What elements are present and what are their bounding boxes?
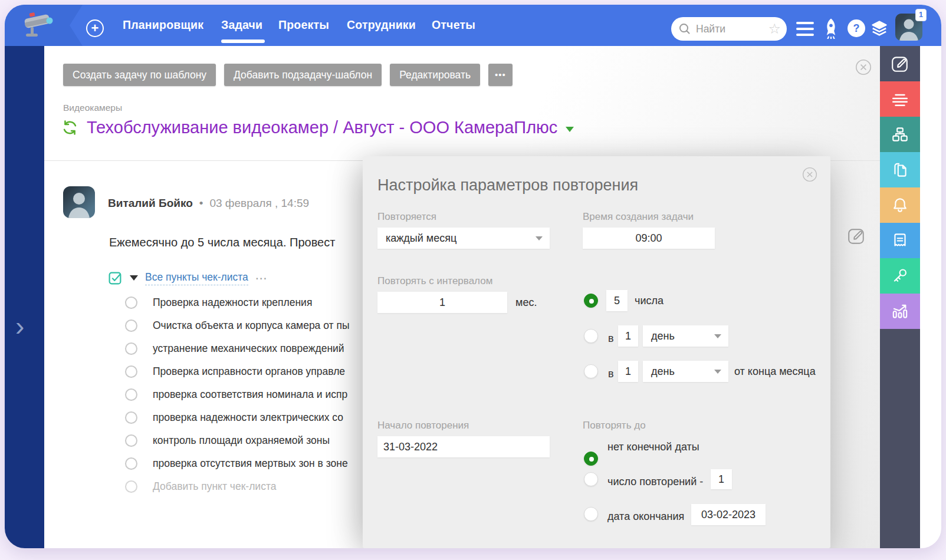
weekday-number-input[interactable] xyxy=(618,325,638,347)
monthday-input[interactable] xyxy=(606,290,628,311)
analytics-icon xyxy=(891,302,909,321)
start-label: Начало повторения xyxy=(377,420,469,431)
modal-title: Настройка параметров повторения xyxy=(377,176,638,195)
task-toolbar: Создать задачу по шаблону Добавить подза… xyxy=(63,64,513,86)
logo-area[interactable] xyxy=(5,5,83,46)
nav-item-tasks[interactable]: Задачи xyxy=(221,18,262,32)
left-sidebar: › xyxy=(5,46,44,548)
help-icon[interactable]: ? xyxy=(848,19,865,37)
end-date-input[interactable] xyxy=(691,504,766,525)
month-end-radio[interactable] xyxy=(584,364,598,378)
checklist-add-circle[interactable] xyxy=(125,480,137,493)
checklist-item: проверка надежности электрических со xyxy=(125,411,343,424)
checklist-item: Проверка исправности органов управле xyxy=(125,365,345,378)
comment-timestamp: 03 февраля , 14:59 xyxy=(209,197,309,210)
no-end-date-label: нет конечной даты xyxy=(607,441,699,453)
sidebar-tab-description[interactable] xyxy=(880,81,920,117)
checklist-item: проверка отсутствия мертвых зон в зоне xyxy=(125,457,348,470)
create-task-from-template-button[interactable]: Создать задачу по шаблону xyxy=(63,64,216,86)
app-window: Создать задачу по шаблону Добавить подза… xyxy=(5,5,941,548)
menu-icon[interactable] xyxy=(796,22,814,36)
checklist-item: устранение механических повреждений xyxy=(125,342,344,355)
nav-item-employees[interactable]: Сотрудники xyxy=(347,18,416,32)
layers-icon[interactable] xyxy=(870,19,889,37)
checklist-item-circle[interactable] xyxy=(125,365,137,378)
notification-badge[interactable]: 1 xyxy=(915,9,927,21)
edit-description-icon[interactable] xyxy=(847,226,866,245)
sidebar-tab-access[interactable] xyxy=(880,258,920,294)
nav-item-projects[interactable]: Проекты xyxy=(278,18,329,32)
nav-item-planner[interactable]: Планировщик xyxy=(123,18,203,32)
sidebar-tab-edit[interactable] xyxy=(880,46,920,81)
interval-unit-label: мес. xyxy=(515,297,537,309)
end-date-label: дата окончания xyxy=(607,510,684,523)
copy-icon xyxy=(891,160,909,179)
expand-sidebar-icon[interactable]: › xyxy=(15,310,24,342)
repeat-count-radio[interactable] xyxy=(584,472,598,486)
edit-icon xyxy=(891,54,909,73)
creation-time-label: Время создания задачи xyxy=(583,211,694,223)
weekday-radio[interactable] xyxy=(584,329,598,343)
checklist-item-circle[interactable] xyxy=(125,411,137,424)
weekday-prefix-label: в xyxy=(608,332,614,345)
org-chart-icon xyxy=(891,125,909,144)
no-end-date-radio-selected[interactable] xyxy=(584,452,598,466)
checklist-more-icon[interactable]: ⋯ xyxy=(255,271,268,285)
title-dropdown-icon[interactable] xyxy=(566,127,574,132)
monthday-radio-selected[interactable] xyxy=(584,294,598,308)
comment-separator: • xyxy=(199,197,203,210)
repeat-count-input[interactable] xyxy=(711,469,732,489)
checklist-item-circle[interactable] xyxy=(125,342,137,355)
checklist-item: Очистка объекта и корпуса камера от пы xyxy=(125,319,350,332)
month-end-prefix-label: в xyxy=(608,368,614,380)
comment-avatar xyxy=(63,186,95,218)
nav-item-reports[interactable]: Отчеты xyxy=(432,18,475,32)
checklist-title-link[interactable]: Все пункты чек-листа xyxy=(145,271,248,285)
checklist-item-circle[interactable] xyxy=(125,457,137,470)
clipboard-icon xyxy=(891,231,909,250)
modal-close-icon[interactable] xyxy=(802,167,817,182)
sidebar-tab-analytics[interactable] xyxy=(880,294,920,329)
checklist-item-circle[interactable] xyxy=(125,388,137,401)
checklist-item: Проверка надежности крепления xyxy=(125,297,312,309)
end-date-radio[interactable] xyxy=(584,507,598,521)
sidebar-tab-notifications[interactable] xyxy=(880,187,920,223)
checklist-item-circle[interactable] xyxy=(125,319,137,332)
checklist-add-item[interactable]: Добавить пункт чек-листа xyxy=(125,480,276,493)
top-navbar: + Планировщик Задачи Проекты Сотрудники … xyxy=(5,5,941,46)
checklist-checkbox-icon[interactable] xyxy=(108,271,123,285)
checklist-collapse-icon[interactable] xyxy=(130,275,138,281)
until-label: Повторять до xyxy=(583,420,646,431)
interval-input[interactable] xyxy=(377,292,507,313)
sidebar-tab-reports[interactable] xyxy=(880,223,920,258)
month-end-number-input[interactable] xyxy=(618,361,638,382)
checklist-item: проверка соответствия номинала и испр xyxy=(125,388,347,401)
close-task-icon[interactable] xyxy=(855,59,872,75)
weekday-select[interactable]: день xyxy=(643,325,728,347)
add-subtask-template-button[interactable]: Добавить подзадачу-шаблон xyxy=(224,64,382,86)
right-sidebar xyxy=(880,46,920,548)
repeats-select[interactable]: каждый месяц xyxy=(377,228,550,249)
checklist-item-circle[interactable] xyxy=(125,297,137,309)
comment-text: Ежемесячно до 5 числа месяца. Провест xyxy=(109,236,335,249)
checklist-item-circle[interactable] xyxy=(125,434,137,447)
search-icon xyxy=(678,22,691,35)
search-box[interactable]: ☆ xyxy=(671,17,787,41)
month-end-select[interactable]: день xyxy=(643,361,728,382)
search-input[interactable] xyxy=(696,23,768,35)
interval-label: Повторять с интервалом xyxy=(377,275,492,287)
key-icon xyxy=(891,266,909,285)
sidebar-tab-documents[interactable] xyxy=(880,152,920,187)
breadcrumb[interactable]: Видеокамеры xyxy=(63,103,122,113)
more-actions-button[interactable]: ••• xyxy=(488,64,513,86)
create-button[interactable]: + xyxy=(86,19,104,37)
month-end-suffix-label: от конца месяца xyxy=(734,365,816,378)
comment-author[interactable]: Виталий Бойко xyxy=(108,197,193,210)
start-date-input[interactable] xyxy=(377,436,550,457)
repeats-label: Повторяется xyxy=(377,211,436,223)
creation-time-input[interactable] xyxy=(583,228,715,249)
sidebar-tab-structure[interactable] xyxy=(880,117,920,152)
rocket-icon[interactable] xyxy=(821,18,841,39)
favorites-star-icon[interactable]: ☆ xyxy=(768,22,781,36)
edit-button[interactable]: Редактировать xyxy=(390,64,480,86)
